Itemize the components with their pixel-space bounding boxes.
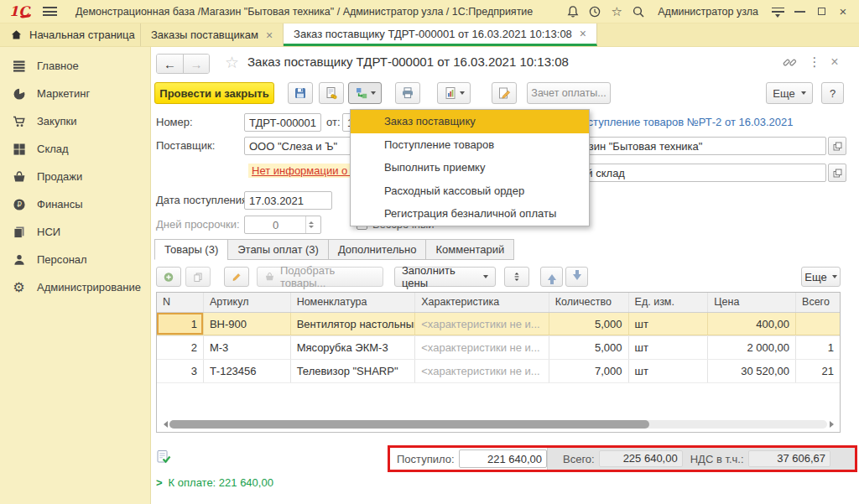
move-row-up-button[interactable] (540, 267, 563, 287)
notifications-button[interactable] (562, 2, 584, 22)
unit-cell[interactable]: шт (629, 336, 709, 359)
article-cell[interactable]: М-3 (204, 336, 291, 359)
row-number-cell[interactable]: 2 (157, 336, 204, 359)
close-form-button[interactable]: × (826, 54, 843, 70)
close-icon[interactable]: × (580, 28, 586, 39)
sidebar-item-personnel[interactable]: Персонал (0, 246, 150, 273)
characteristic-cell[interactable]: <характеристики не и... (415, 360, 549, 382)
expand-rows-button[interactable] (504, 267, 529, 287)
help-button[interactable]: ? (821, 82, 844, 104)
tab-home[interactable]: Начальная страница (0, 23, 141, 46)
scroll-right-arrow[interactable] (827, 419, 836, 429)
edit-document-button[interactable] (492, 82, 517, 104)
number-input[interactable]: ТДРТ-000001 (244, 113, 321, 132)
receipt-date-input[interactable]: 17.03.2021 (244, 191, 332, 210)
menu-item-perform-acceptance[interactable]: Выполнить приемку (351, 156, 589, 179)
sidebar-item-purchases[interactable]: Закупки (0, 107, 150, 135)
post-and-close-button[interactable]: Провести и закрыть (154, 82, 274, 104)
store-open-button[interactable] (828, 137, 846, 155)
more-commands-button[interactable]: Еще (766, 82, 813, 104)
sidebar-item-nsi[interactable]: НСИ (0, 218, 150, 246)
current-user[interactable]: Администратор узла (658, 6, 758, 18)
post-document-button[interactable] (319, 82, 344, 104)
back-button[interactable]: ← (157, 55, 183, 73)
edit-row-button[interactable] (224, 267, 249, 287)
tab-additional[interactable]: Дополнительно (328, 239, 427, 260)
warehouse-open-button[interactable] (828, 164, 846, 182)
get-link-button[interactable] (781, 54, 798, 70)
forward-button[interactable]: → (183, 55, 209, 73)
payment-due-link[interactable]: К оплате: 221 640,00 (169, 476, 273, 489)
search-button[interactable] (627, 2, 649, 22)
favorite-star-icon[interactable]: ☆ (225, 55, 239, 70)
scroll-left-arrow[interactable] (161, 419, 169, 429)
quantity-cell[interactable]: 5,000 (549, 336, 629, 359)
minimize-button[interactable] (789, 2, 810, 22)
menu-item-supplier-order[interactable]: Заказ поставщику (351, 110, 589, 133)
more-table-actions-button[interactable]: Еще (801, 267, 841, 287)
column-header[interactable]: Ед. изм. (629, 293, 709, 312)
close-window-button[interactable]: × (832, 2, 854, 22)
column-header[interactable]: Всего (796, 293, 840, 312)
sidebar-item-main[interactable]: Главное (0, 52, 150, 80)
fill-prices-button[interactable]: Заполнить цены (394, 267, 496, 287)
price-cell[interactable]: 2 000,00 (708, 336, 796, 359)
more-form-actions-button[interactable]: ⋮ (806, 54, 823, 70)
payment-due-line[interactable]: > К оплате: 221 640,00 (156, 476, 273, 489)
article-cell[interactable]: ВН-900 (204, 313, 291, 335)
row-number-cell[interactable]: 1 (157, 313, 204, 335)
service-menu-button[interactable] (767, 2, 789, 22)
no-contact-warning-link[interactable]: Нет информации о кон (248, 164, 350, 178)
quantity-cell[interactable]: 5,000 (549, 313, 629, 335)
reports-button[interactable] (437, 82, 471, 104)
pick-goods-button[interactable]: Подобрать товары... (257, 267, 383, 287)
move-row-down-button[interactable] (565, 267, 588, 287)
row-number-cell[interactable]: 3 (157, 360, 204, 382)
column-header[interactable]: Номенклатура (291, 293, 416, 312)
tab-payment-stages[interactable]: Этапы оплат (3) (227, 239, 329, 260)
nomenclature-cell[interactable]: Телевизор "SHARP" (291, 360, 416, 382)
nomenclature-cell[interactable]: Мясорубка ЭКМ-3 (291, 336, 416, 359)
add-row-button[interactable] (156, 267, 181, 287)
column-header[interactable]: Характеристика (415, 293, 549, 312)
tab-comment[interactable]: Комментарий (425, 239, 514, 260)
column-header[interactable]: Количество (549, 293, 629, 312)
receipt-document-link[interactable]: Поступление товаров №РТ-2 от 16.03.2021 (574, 116, 794, 128)
column-header[interactable]: N (157, 293, 204, 312)
close-icon[interactable]: × (266, 29, 273, 41)
tab-supplier-orders[interactable]: Заказы поставщикам × (141, 23, 284, 46)
total-cell[interactable] (796, 313, 840, 335)
price-cell[interactable]: 30 520,00 (708, 360, 796, 382)
column-header[interactable]: Артикул (204, 293, 291, 312)
sidebar-item-warehouse[interactable]: Склад (0, 135, 150, 163)
sidebar-item-finance[interactable]: ₽ Финансы (0, 190, 150, 218)
total-cell[interactable]: 21 (796, 360, 840, 382)
column-header[interactable]: Цена (708, 293, 796, 312)
main-menu-button[interactable] (39, 2, 60, 22)
table-row[interactable]: 3 Т-123456 Телевизор "SHARP" <характерис… (157, 360, 840, 383)
menu-item-goods-receipt[interactable]: Поступление товаров (351, 133, 589, 157)
characteristic-cell[interactable]: <характеристики не и... (415, 313, 549, 335)
table-row[interactable]: 2 М-3 Мясорубка ЭКМ-3 <характеристики не… (157, 336, 840, 360)
tab-supplier-order-document[interactable]: Заказ поставщику ТДРТ-000001 от 16.03.20… (284, 23, 597, 46)
sidebar-item-administration[interactable]: ⚙ Администрирование (0, 273, 150, 301)
article-cell[interactable]: Т-123456 (204, 360, 291, 382)
scrollbar-track[interactable] (169, 420, 827, 429)
print-button[interactable] (395, 82, 420, 104)
copy-row-button[interactable] (185, 267, 211, 287)
horizontal-scrollbar[interactable] (161, 419, 836, 429)
unit-cell[interactable]: шт (629, 313, 709, 335)
spinner-icon[interactable] (305, 216, 316, 233)
tab-goods[interactable]: Товары (3) (154, 239, 228, 260)
price-cell[interactable]: 400,00 (708, 313, 796, 335)
overdue-days-input[interactable]: 0 (244, 216, 321, 234)
history-button[interactable] (584, 2, 606, 22)
favorites-button[interactable]: ☆ (606, 2, 627, 22)
characteristic-cell[interactable]: <характеристики не и... (415, 336, 549, 359)
store-input[interactable]: Магазин "Бытовая техника" (559, 137, 826, 155)
create-based-on-button[interactable] (348, 82, 382, 104)
scrollbar-thumb[interactable] (169, 420, 649, 429)
menu-item-noncash-payment[interactable]: Регистрация безналичной оплаты (351, 202, 589, 226)
total-cell[interactable]: 1 (796, 336, 840, 359)
sidebar-item-sales[interactable]: Продажи (0, 163, 150, 190)
